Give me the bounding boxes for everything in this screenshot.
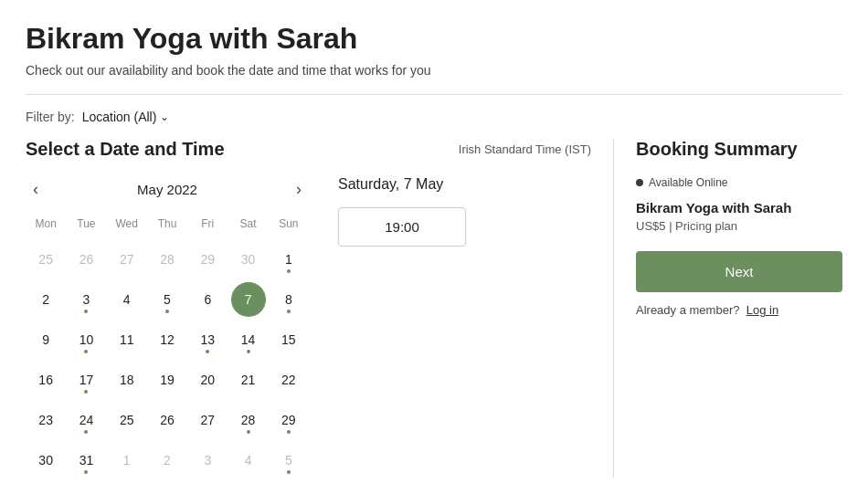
availability-dot bbox=[84, 350, 88, 353]
page-subtitle: Check out our availability and book the … bbox=[26, 63, 842, 78]
calendar-cell[interactable]: 1 bbox=[271, 242, 306, 277]
time-slot[interactable]: 19:00 bbox=[338, 207, 466, 247]
prev-month-button[interactable]: ‹ bbox=[26, 176, 46, 203]
calendar-cell[interactable]: 11 bbox=[110, 322, 144, 357]
calendar-month-year: May 2022 bbox=[137, 182, 197, 197]
calendar-day-header: Sat bbox=[228, 217, 268, 237]
calendar-cell: 29 bbox=[190, 242, 225, 277]
availability-dot bbox=[84, 470, 88, 474]
calendar-cell: 27 bbox=[110, 242, 144, 277]
main-layout: Select a Date and Time Irish Standard Ti… bbox=[26, 139, 842, 478]
calendar-cell[interactable]: 31 bbox=[69, 443, 103, 478]
availability-dot bbox=[84, 310, 88, 313]
location-filter-label: Location (All) bbox=[82, 110, 157, 124]
section-header: Select a Date and Time Irish Standard Ti… bbox=[26, 139, 591, 160]
chevron-down-icon: ⌄ bbox=[160, 110, 169, 123]
calendar-nav: ‹ May 2022 › bbox=[26, 176, 309, 203]
availability-dot bbox=[287, 310, 291, 313]
calendar-cell: 3 bbox=[190, 443, 225, 478]
left-panel: Select a Date and Time Irish Standard Ti… bbox=[26, 139, 614, 478]
section-title: Select a Date and Time bbox=[26, 139, 225, 160]
calendar-cell[interactable]: 2 bbox=[28, 282, 63, 317]
calendar-cell[interactable]: 21 bbox=[231, 363, 266, 397]
calendar-cell[interactable]: 19 bbox=[150, 363, 185, 397]
availability-dot bbox=[206, 350, 209, 353]
availability-dot bbox=[165, 310, 169, 313]
calendar-cell[interactable]: 16 bbox=[28, 363, 63, 397]
available-badge: Available Online bbox=[636, 176, 728, 189]
filter-label: Filter by: bbox=[26, 110, 75, 124]
filter-row: Filter by: Location (All) ⌄ bbox=[26, 110, 842, 124]
calendar-cell[interactable]: 3 bbox=[69, 282, 103, 317]
available-dot-icon bbox=[636, 179, 643, 186]
next-button[interactable]: Next bbox=[636, 251, 842, 292]
calendar-cell[interactable]: 9 bbox=[28, 322, 63, 357]
calendar-day-header: Mon bbox=[26, 217, 66, 237]
right-panel: Booking Summary Available Online Bikram … bbox=[614, 139, 842, 478]
availability-dot bbox=[84, 390, 88, 394]
availability-dot bbox=[287, 269, 291, 273]
calendar-cell: 4 bbox=[231, 443, 266, 478]
calendar-cell[interactable]: 28 bbox=[231, 403, 266, 437]
booking-price: US$5 | Pricing plan bbox=[636, 219, 842, 233]
calendar-cell[interactable]: 12 bbox=[150, 322, 185, 357]
calendar-day-header: Wed bbox=[107, 217, 147, 237]
page-title: Bikram Yoga with Sarah bbox=[26, 22, 842, 56]
member-text: Already a member? bbox=[636, 303, 739, 317]
calendar-area: ‹ May 2022 › MonTueWedThuFriSatSun252627… bbox=[26, 176, 591, 478]
login-link[interactable]: Log in bbox=[746, 303, 778, 317]
login-text: Already a member? Log in bbox=[636, 303, 842, 317]
calendar-cell[interactable]: 15 bbox=[271, 322, 306, 357]
calendar-cell[interactable]: 7 bbox=[231, 282, 266, 317]
availability-dot bbox=[287, 430, 291, 434]
calendar-cell[interactable]: 24 bbox=[69, 403, 103, 437]
timezone-label: Irish Standard Time (IST) bbox=[459, 142, 591, 156]
calendar-grid: MonTueWedThuFriSatSun2526272829301234567… bbox=[26, 217, 309, 478]
calendar: ‹ May 2022 › MonTueWedThuFriSatSun252627… bbox=[26, 176, 309, 478]
calendar-cell[interactable]: 29 bbox=[271, 403, 306, 437]
calendar-cell[interactable]: 22 bbox=[271, 363, 306, 397]
next-month-button[interactable]: › bbox=[289, 176, 309, 203]
selected-date-label: Saturday, 7 May bbox=[338, 176, 591, 193]
calendar-cell[interactable]: 6 bbox=[190, 282, 225, 317]
calendar-cell: 5 bbox=[271, 443, 306, 478]
booking-class-name: Bikram Yoga with Sarah bbox=[636, 200, 842, 215]
calendar-cell[interactable]: 17 bbox=[69, 363, 103, 397]
availability-dot bbox=[247, 430, 250, 434]
calendar-cell[interactable]: 4 bbox=[110, 282, 144, 317]
location-filter-dropdown[interactable]: Location (All) ⌄ bbox=[82, 110, 170, 124]
calendar-cell[interactable]: 8 bbox=[271, 282, 306, 317]
calendar-cell[interactable]: 25 bbox=[110, 403, 144, 437]
calendar-cell[interactable]: 13 bbox=[190, 322, 225, 357]
calendar-cell[interactable]: 27 bbox=[190, 403, 225, 437]
calendar-cell: 25 bbox=[28, 242, 63, 277]
divider bbox=[26, 94, 842, 95]
calendar-cell[interactable]: 18 bbox=[110, 363, 144, 397]
calendar-cell: 30 bbox=[231, 242, 266, 277]
calendar-day-header: Sun bbox=[269, 217, 309, 237]
calendar-cell: 1 bbox=[110, 443, 144, 478]
calendar-cell: 2 bbox=[150, 443, 185, 478]
availability-dot bbox=[247, 350, 250, 353]
calendar-cell[interactable]: 20 bbox=[190, 363, 225, 397]
calendar-cell: 28 bbox=[150, 242, 185, 277]
availability-dot bbox=[84, 430, 88, 434]
availability-dot bbox=[287, 470, 291, 474]
booking-summary-title: Booking Summary bbox=[636, 139, 842, 160]
calendar-cell[interactable]: 30 bbox=[28, 443, 63, 478]
calendar-day-header: Fri bbox=[187, 217, 228, 237]
calendar-cell: 26 bbox=[69, 242, 103, 277]
calendar-cell[interactable]: 23 bbox=[28, 403, 63, 437]
available-label: Available Online bbox=[649, 176, 728, 189]
calendar-cell[interactable]: 5 bbox=[150, 282, 185, 317]
calendar-cell[interactable]: 26 bbox=[150, 403, 185, 437]
calendar-cell[interactable]: 10 bbox=[69, 322, 103, 357]
calendar-day-header: Thu bbox=[147, 217, 187, 237]
calendar-cell[interactable]: 14 bbox=[231, 322, 266, 357]
time-area: Saturday, 7 May 19:00 bbox=[338, 176, 591, 478]
calendar-day-header: Tue bbox=[66, 217, 106, 237]
